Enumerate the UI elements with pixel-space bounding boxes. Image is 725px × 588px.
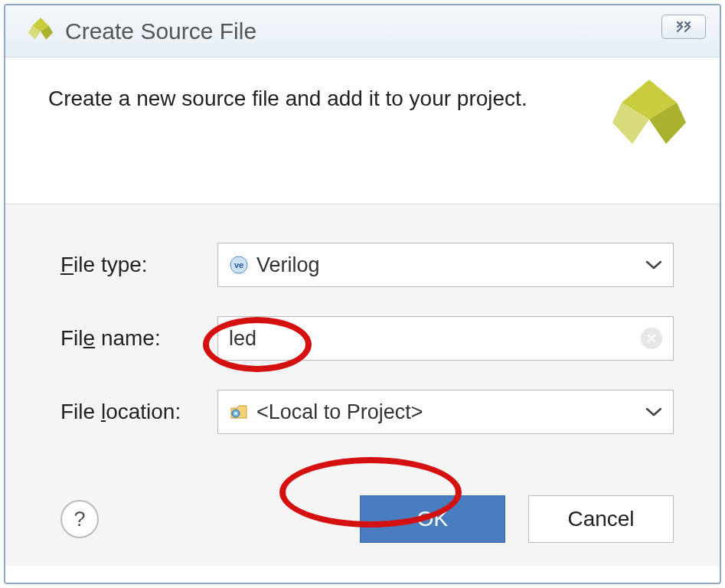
close-button[interactable] [661, 15, 706, 39]
file-type-dropdown[interactable]: ve Verilog [217, 243, 674, 287]
cancel-button[interactable]: Cancel [528, 495, 674, 543]
header-description: Create a new source file and add it to y… [48, 82, 527, 115]
file-name-input[interactable]: led [217, 316, 674, 361]
file-type-row: File type: ve Verilog [60, 243, 674, 287]
form-area: File type: ve Verilog File name: led [5, 204, 720, 465]
file-location-label: File location: [60, 400, 217, 424]
button-row: ? OK Cancel [5, 465, 720, 566]
file-location-value: <Local to Project> [256, 400, 645, 424]
header-panel: Create a new source file and add it to y… [5, 57, 720, 204]
file-name-row: File name: led [60, 316, 674, 361]
file-name-label: File name: [60, 326, 217, 351]
folder-icon [229, 402, 249, 422]
chevron-down-icon [645, 260, 662, 270]
help-button[interactable]: ? [60, 500, 99, 538]
help-icon: ? [73, 508, 85, 531]
vivado-logo-icon [27, 18, 54, 45]
file-location-row: File location: <Local to Project> [60, 390, 674, 434]
file-location-dropdown[interactable]: <Local to Project> [217, 390, 674, 434]
chevron-down-icon [645, 407, 662, 417]
verilog-file-icon: ve [229, 255, 249, 275]
titlebar: Create Source File [5, 5, 720, 57]
close-icon [673, 21, 694, 33]
file-type-value: Verilog [256, 253, 645, 277]
vivado-logo-large-icon [611, 78, 687, 155]
ok-button[interactable]: OK [360, 495, 505, 543]
clear-input-button[interactable] [641, 328, 662, 349]
clear-icon [646, 333, 657, 344]
file-type-label: File type: [60, 253, 217, 277]
file-name-value: led [229, 327, 633, 351]
svg-text:ve: ve [234, 260, 243, 270]
window-title: Create Source File [65, 18, 256, 44]
create-source-file-dialog: Create Source File Create a new source f… [4, 4, 721, 584]
